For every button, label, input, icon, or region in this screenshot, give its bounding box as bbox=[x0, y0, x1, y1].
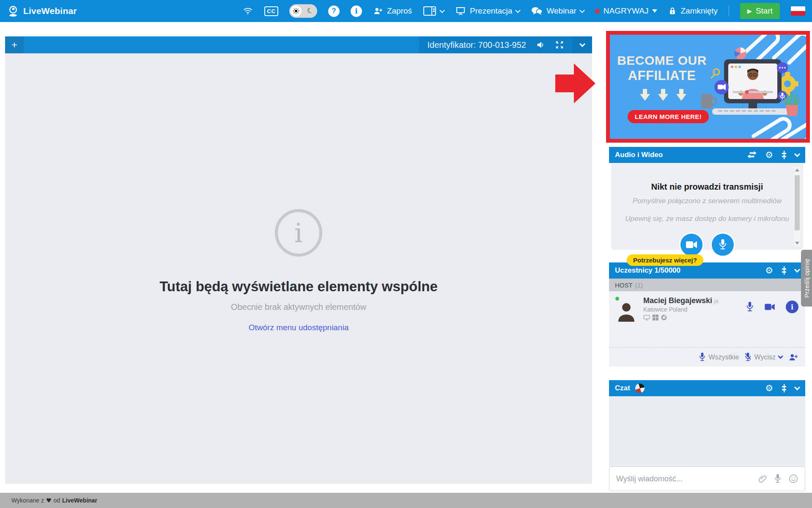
person-add-icon bbox=[373, 6, 383, 16]
gear-icon[interactable]: ⚙ bbox=[765, 150, 773, 160]
participant-row[interactable]: Maciej Biegajewskija Katowice Poland bbox=[609, 291, 805, 320]
desktop-device-icon bbox=[643, 315, 650, 320]
livewebinar-app: LiveWebinar CC ☾ bbox=[0, 0, 812, 508]
divider bbox=[729, 6, 729, 17]
start-camera-button[interactable] bbox=[679, 232, 704, 257]
caret-down-icon bbox=[652, 9, 657, 13]
presentation-button[interactable]: Prezentacja bbox=[455, 6, 520, 16]
microphone-icon bbox=[699, 353, 705, 362]
shared-stage: + Identyfikator: 700-013-952 bbox=[5, 36, 592, 484]
windows-os-icon bbox=[653, 315, 658, 320]
collapse-panel-icon[interactable] bbox=[794, 266, 800, 272]
locked-label: Zamknięty bbox=[680, 6, 718, 16]
panel-settings-slider-icon[interactable] bbox=[782, 151, 787, 159]
invite-button[interactable]: Zaproś bbox=[373, 6, 412, 16]
down-arrows-icon bbox=[640, 89, 687, 101]
stage-header-spacer bbox=[24, 36, 419, 53]
emoji-icon[interactable] bbox=[789, 474, 798, 483]
topbar-controls: CC ☾ ? i bbox=[242, 3, 805, 19]
chat-translation-icon[interactable] bbox=[634, 383, 645, 394]
volume-icon[interactable] bbox=[535, 40, 546, 50]
open-share-menu-link[interactable]: Otwórz menu udostępniania bbox=[249, 323, 349, 332]
chat-message-input[interactable] bbox=[616, 475, 751, 483]
need-more-badge[interactable]: Potrzebujesz więcej? bbox=[627, 254, 703, 266]
add-content-tab[interactable]: + bbox=[5, 36, 24, 53]
info-button[interactable]: i bbox=[351, 6, 362, 17]
chevron-down-icon bbox=[516, 8, 521, 13]
participants-list: Maciej Biegajewskija Katowice Poland bbox=[609, 291, 805, 347]
chevron-down-icon bbox=[579, 8, 585, 13]
learn-more-button[interactable]: LEARN MORE HERE! bbox=[628, 110, 709, 123]
red-pointer-arrow bbox=[555, 64, 595, 103]
by-text: od bbox=[53, 497, 60, 504]
panel-settings-slider-icon[interactable] bbox=[782, 266, 787, 275]
info-icon: i bbox=[351, 6, 362, 17]
bottombar: Wykonane z ♥ od LiveWebinar bbox=[0, 493, 812, 508]
fullscreen-icon[interactable] bbox=[555, 40, 564, 50]
sun-icon bbox=[291, 6, 302, 17]
invite-label: Zaproś bbox=[387, 6, 412, 16]
mute-label: Wycisz bbox=[754, 353, 776, 361]
host-group-count: (1) bbox=[635, 282, 643, 289]
feedback-tab-label: Prześlij opinię bbox=[803, 259, 810, 298]
participant-name: Maciej Biegajewski bbox=[643, 296, 712, 305]
stage-header: + Identyfikator: 700-013-952 bbox=[5, 36, 592, 53]
theme-toggle[interactable]: ☾ bbox=[289, 4, 317, 18]
record-dot-icon bbox=[595, 9, 600, 14]
participant-location: Katowice Poland bbox=[643, 306, 719, 313]
logo[interactable]: LiveWebinar bbox=[7, 5, 77, 17]
stage-collapse-button[interactable] bbox=[573, 36, 592, 53]
panel-scrollbar[interactable] bbox=[794, 167, 800, 246]
participant-camera-button[interactable] bbox=[765, 303, 775, 311]
room-identifier-zone: Identyfikator: 700-013-952 bbox=[419, 36, 573, 53]
record-button[interactable]: NAGRYWAJ bbox=[595, 6, 658, 16]
chat-messages-area bbox=[609, 396, 805, 467]
audio-video-content: Nikt nie prowadzi transmisji Pomyślnie p… bbox=[611, 163, 803, 250]
host-group-bar: HOST (1) bbox=[609, 279, 805, 291]
closed-captions-button[interactable]: CC bbox=[264, 6, 278, 16]
participant-mic-button[interactable] bbox=[746, 302, 754, 312]
camera-icon bbox=[765, 303, 775, 311]
send-feedback-tab[interactable]: Prześlij opinię bbox=[801, 250, 812, 306]
access-hint-text: Upewnij się, że masz dostęp do kamery i … bbox=[611, 215, 803, 223]
chat-title: Czat bbox=[615, 384, 630, 392]
layout-button[interactable] bbox=[423, 6, 444, 17]
participant-info-button[interactable]: i bbox=[786, 301, 798, 313]
play-icon: ▶ bbox=[747, 8, 752, 14]
collapse-panel-icon[interactable] bbox=[794, 384, 800, 390]
chat-bubbles-icon bbox=[531, 6, 543, 16]
gear-icon[interactable]: ⚙ bbox=[765, 383, 773, 393]
person-add-icon bbox=[788, 353, 798, 362]
collapse-panel-icon[interactable] bbox=[794, 151, 800, 157]
connection-wifi-icon[interactable] bbox=[242, 6, 253, 16]
microphone-icon bbox=[774, 474, 781, 483]
stage-empty-subtitle: Obecnie brak aktywnych elementów bbox=[231, 302, 366, 312]
add-participant-button[interactable] bbox=[788, 353, 798, 362]
start-button[interactable]: ▶ Start bbox=[740, 3, 780, 19]
all-label: Wszystkie bbox=[708, 353, 739, 361]
webinar-label: Webinar bbox=[546, 6, 576, 16]
room-lock-status[interactable]: Zamknięty bbox=[668, 6, 718, 16]
language-flag-poland[interactable] bbox=[791, 6, 805, 16]
camera-icon bbox=[686, 240, 697, 249]
scroll-up-icon bbox=[795, 168, 799, 171]
mute-all-button[interactable]: Wycisz bbox=[745, 353, 782, 362]
question-icon: ? bbox=[328, 6, 340, 17]
attach-file-icon[interactable] bbox=[758, 474, 767, 483]
scroll-down-icon bbox=[795, 242, 799, 245]
voice-message-icon[interactable] bbox=[774, 474, 781, 483]
scrollbar-thumb[interactable] bbox=[795, 175, 800, 230]
swap-streams-icon[interactable] bbox=[747, 151, 757, 159]
unmute-all-button[interactable]: Wszystkie bbox=[699, 353, 739, 362]
connected-text: Pomyślnie połączono z serwerem multimedi… bbox=[611, 197, 803, 205]
made-with-text: Wykonane z bbox=[11, 497, 44, 504]
help-button[interactable]: ? bbox=[328, 6, 340, 17]
affiliate-banner-ad[interactable]: BECOME OUR AFFILIATE LEARN MORE HERE! bbox=[606, 31, 810, 143]
start-microphone-button[interactable] bbox=[710, 232, 735, 257]
gear-icon[interactable]: ⚙ bbox=[765, 265, 773, 276]
webinar-button[interactable]: Webinar bbox=[531, 6, 584, 16]
presentation-screen-icon bbox=[455, 6, 466, 16]
panel-settings-slider-icon[interactable] bbox=[782, 384, 787, 392]
start-label: Start bbox=[756, 6, 773, 16]
banner-title: BECOME OUR AFFILIATE bbox=[613, 53, 710, 83]
